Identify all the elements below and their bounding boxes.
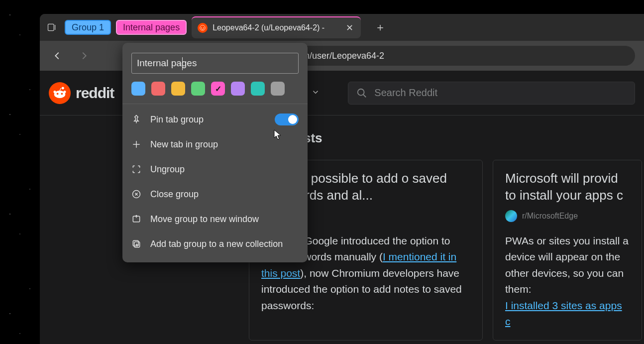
move-to-new-window-item[interactable]: Move group to new window [122, 207, 308, 231]
address-bar[interactable]: it.com/user/Leopeva64-2 [277, 46, 635, 66]
post-body: PWAs or sites you install a device will … [505, 233, 630, 330]
tab-list-icon [47, 22, 57, 32]
menu-divider [122, 104, 308, 104]
tab-group-chip-2[interactable]: Internal pages [116, 20, 187, 35]
nav-dropdown[interactable] [311, 88, 320, 99]
color-swatch-purple[interactable] [231, 82, 245, 96]
menu-item-label: Ungroup [150, 164, 185, 175]
close-group-item[interactable]: Close group [122, 182, 308, 207]
color-swatch-teal[interactable] [251, 82, 265, 96]
color-swatch-green[interactable] [191, 82, 205, 96]
new-window-icon [131, 214, 141, 224]
back-button[interactable] [49, 47, 66, 64]
arrow-left-icon [52, 50, 63, 61]
post-title: Microsoft will provid to install your ap… [505, 170, 630, 204]
svg-point-5 [54, 91, 56, 93]
tab-group-context-menu: Internal pages Pin tab group New tab in … [122, 43, 308, 262]
reddit-search-input[interactable]: Search Reddit [348, 82, 635, 105]
post-body-link[interactable]: I installed 3 sites as apps c [505, 300, 622, 328]
svg-rect-0 [48, 24, 54, 30]
post-body-text: PWAs or sites you install a device will … [505, 235, 629, 295]
svg-point-7 [62, 87, 64, 89]
pin-icon [131, 115, 141, 124]
tab-title: Leopeva64-2 (u/Leopeva64-2) - [213, 23, 339, 32]
search-icon [356, 88, 367, 99]
group-color-picker [122, 82, 308, 104]
group-name-value: Internal pages [137, 58, 197, 69]
tab-actions-button[interactable] [44, 19, 60, 35]
color-swatch-yellow[interactable] [171, 82, 185, 96]
reddit-logo-icon [49, 82, 71, 104]
reddit-logo-text: reddit [76, 85, 114, 102]
tab-group-chip-label: Internal pages [123, 22, 180, 33]
group-name-input[interactable]: Internal pages [131, 53, 299, 74]
pin-toggle[interactable] [275, 114, 299, 125]
svg-point-10 [358, 89, 364, 95]
plus-icon [131, 139, 141, 149]
color-swatch-pink[interactable] [211, 82, 225, 96]
subreddit-icon [505, 210, 517, 222]
add-to-collection-item[interactable]: Add tab group to a new collection [122, 231, 308, 256]
ungroup-item[interactable]: Ungroup [122, 157, 308, 182]
color-swatch-red[interactable] [151, 82, 165, 96]
search-placeholder: Search Reddit [374, 87, 437, 99]
svg-point-6 [64, 91, 66, 93]
forward-button[interactable] [76, 47, 93, 64]
chevron-down-icon [311, 88, 320, 97]
ungroup-icon [131, 164, 141, 174]
tab-close-button[interactable]: ✕ [344, 22, 355, 33]
arrow-right-icon [79, 50, 90, 61]
pinned-cards-row: soon be possible to add o saved password… [249, 160, 644, 341]
svg-point-9 [61, 93, 63, 95]
reddit-favicon [198, 23, 208, 33]
pinned-post-card[interactable]: Microsoft will provid to install your ap… [493, 160, 642, 341]
svg-point-1 [201, 27, 202, 28]
pinned-posts-heading: sts [304, 130, 644, 146]
svg-point-3 [200, 25, 206, 31]
menu-item-label: New tab in group [150, 139, 218, 150]
color-swatch-blue[interactable] [131, 82, 145, 96]
tab-strip: Group 1 Internal pages Leopeva64-2 (u/Le… [40, 14, 644, 41]
svg-point-2 [204, 27, 205, 28]
new-tab-button[interactable]: ＋ [372, 19, 389, 36]
pin-tab-group-item[interactable]: Pin tab group [122, 107, 308, 132]
svg-rect-14 [133, 240, 138, 246]
svg-point-8 [57, 93, 59, 95]
color-swatch-grey[interactable] [271, 82, 285, 96]
mouse-cursor [274, 129, 283, 142]
tab-group-chip-1[interactable]: Group 1 [65, 20, 111, 35]
active-tab[interactable]: Leopeva64-2 (u/Leopeva64-2) - ✕ [192, 16, 361, 38]
menu-item-label: Pin tab group [150, 115, 204, 125]
menu-item-label: Move group to new window [150, 214, 259, 225]
close-circle-icon [131, 189, 141, 199]
subreddit-name: r/MicrosoftEdge [522, 212, 578, 221]
post-subreddit[interactable]: r/MicrosoftEdge [505, 210, 630, 222]
collection-icon [131, 239, 141, 249]
tab-group-chip-label: Group 1 [72, 22, 104, 33]
menu-item-label: Add tab group to a new collection [150, 239, 283, 249]
menu-item-label: Close group [150, 189, 199, 200]
reddit-logo[interactable]: reddit [49, 82, 114, 104]
